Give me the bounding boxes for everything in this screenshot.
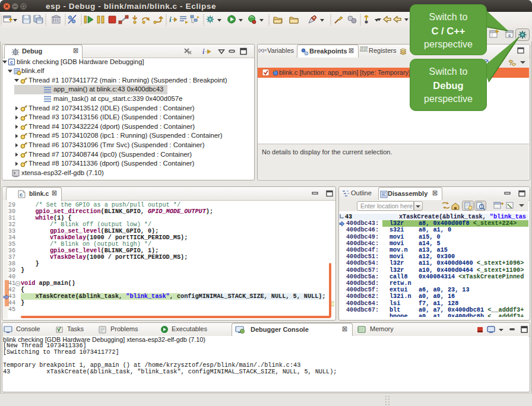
- svg-text:c: c: [20, 192, 23, 198]
